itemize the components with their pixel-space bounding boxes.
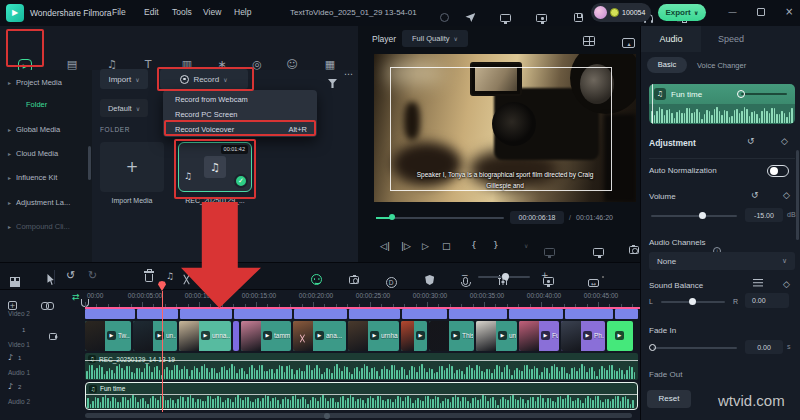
video1-clip[interactable]: ▶tammy bbox=[241, 321, 291, 351]
volume-slider-knob[interactable] bbox=[699, 212, 706, 219]
video1-clip[interactable]: ▶Fu... bbox=[519, 321, 559, 351]
mark-in-icon[interactable]: { bbox=[471, 240, 477, 250]
sidebar-item-global-media[interactable]: ▸Global Media bbox=[8, 125, 60, 134]
prev-frame-icon[interactable]: ◁| bbox=[380, 241, 390, 251]
delete-icon[interactable] bbox=[145, 274, 153, 282]
close-icon[interactable]: × bbox=[785, 6, 793, 17]
fade-in-slider-knob[interactable] bbox=[649, 344, 656, 351]
undo-icon[interactable]: ↺ bbox=[66, 269, 75, 282]
video1-clip[interactable]: ▶A lo... bbox=[401, 321, 427, 351]
sidebar-item-compound-cli-[interactable]: ▸Compound Cli... bbox=[8, 222, 70, 231]
sidebar-item-adjustment-la-[interactable]: ▸Adjustment La... bbox=[8, 198, 70, 207]
video2-clip[interactable] bbox=[234, 309, 292, 319]
video1-lane[interactable]: ▶Tw...▶un...▶unna...▶tammy▶ana...▶urnha.… bbox=[0, 321, 640, 351]
zoom-slider-knob[interactable] bbox=[502, 273, 509, 280]
volume-envelope-line[interactable] bbox=[85, 360, 638, 361]
volume-value[interactable]: -15.00 bbox=[745, 208, 783, 222]
render-preview-icon[interactable] bbox=[544, 248, 555, 256]
redo-icon[interactable]: ↻ bbox=[88, 269, 97, 282]
tab-audio[interactable]: Audio bbox=[641, 26, 701, 52]
video1-clip[interactable]: ▶urnha... bbox=[348, 321, 399, 351]
snapshot-icon[interactable] bbox=[349, 276, 359, 284]
fade-in-value[interactable]: 0.00 bbox=[745, 340, 783, 354]
subtab-voice-changer[interactable]: Voice Changer bbox=[697, 61, 746, 70]
zoom-in-icon[interactable]: + bbox=[541, 270, 549, 280]
clip-volume-knob[interactable] bbox=[737, 90, 745, 98]
adjustment-keyframe-icon[interactable]: ◇ bbox=[781, 136, 788, 146]
video2-clip[interactable] bbox=[85, 309, 135, 319]
sidebar-item-folder[interactable]: Folder bbox=[26, 100, 47, 109]
panel-scrollbar[interactable] bbox=[796, 150, 799, 240]
menu-edit[interactable]: Edit bbox=[144, 7, 159, 17]
fade-in-slider-track[interactable] bbox=[653, 347, 737, 349]
filter-icon[interactable] bbox=[328, 79, 337, 88]
restore-icon[interactable] bbox=[757, 8, 765, 16]
expander-caret[interactable]: ▸ bbox=[8, 79, 11, 86]
video2-clip[interactable] bbox=[509, 309, 563, 319]
zoom-out-icon[interactable]: − bbox=[461, 270, 469, 280]
export-button[interactable]: Export∨ bbox=[658, 4, 706, 21]
stop-icon[interactable]: □ bbox=[442, 241, 451, 251]
next-frame-icon[interactable]: |▷ bbox=[401, 241, 411, 251]
minimize-icon[interactable]: — bbox=[728, 7, 737, 17]
sidebar-scrollbar[interactable] bbox=[88, 146, 91, 180]
sidebar-item-cloud-media[interactable]: ▸Cloud Media bbox=[8, 149, 58, 158]
ai-icon[interactable] bbox=[311, 274, 322, 285]
play-icon[interactable]: ▷ bbox=[422, 241, 429, 251]
import-button[interactable]: Import∨ bbox=[100, 69, 148, 89]
video1-clip[interactable]: ▶unna... bbox=[179, 321, 231, 351]
video2-clip[interactable] bbox=[294, 309, 347, 319]
adjustment-reset-icon[interactable]: ↺ bbox=[747, 136, 755, 146]
quality-dropdown[interactable]: Full Quality∨ bbox=[402, 30, 468, 47]
menu-tools[interactable]: Tools bbox=[172, 7, 192, 17]
share-icon[interactable] bbox=[465, 13, 475, 22]
screen-draw-icon[interactable] bbox=[500, 14, 511, 22]
video1-clip[interactable]: ▶Tw... bbox=[85, 321, 131, 351]
subtab-basic[interactable]: Basic bbox=[647, 57, 687, 73]
video2-lane[interactable] bbox=[0, 309, 640, 320]
display-mode-icon[interactable]: ▴ bbox=[622, 38, 635, 48]
expander-caret[interactable]: ▸ bbox=[8, 150, 11, 157]
volume-reset-icon[interactable]: ↺ bbox=[751, 190, 759, 200]
expander-caret[interactable]: ▸ bbox=[8, 174, 11, 181]
more-options-icon[interactable]: ⋯ bbox=[344, 69, 353, 79]
scrollbar-handle[interactable] bbox=[324, 413, 330, 419]
clip-volume-line[interactable] bbox=[741, 93, 787, 95]
avatar[interactable] bbox=[594, 6, 607, 19]
mirror-display-icon[interactable] bbox=[593, 248, 604, 256]
audio-channels-dropdown[interactable]: None ∨ bbox=[649, 252, 795, 270]
expander-caret[interactable]: ▸ bbox=[8, 126, 11, 133]
track-manager-icon[interactable] bbox=[753, 279, 763, 287]
snapshot-icon[interactable] bbox=[629, 246, 639, 254]
video1-clip[interactable]: ▶un... bbox=[476, 321, 517, 351]
import-media-tile[interactable]: + bbox=[100, 142, 164, 192]
video1-clip[interactable]: ▶Ph... bbox=[561, 321, 605, 351]
video2-clip[interactable] bbox=[615, 309, 638, 319]
cursor-icon[interactable] bbox=[47, 274, 56, 285]
expander-caret[interactable]: ▸ bbox=[8, 223, 11, 230]
menu-help[interactable]: Help bbox=[234, 7, 251, 17]
menu-item-record-pc-screen[interactable]: Record PC Screen bbox=[175, 110, 238, 119]
auto-normalization-toggle[interactable] bbox=[767, 165, 789, 177]
audio-clip-card[interactable]: ♫ Fun time bbox=[649, 84, 795, 124]
volume-keyframe-icon[interactable]: ◇ bbox=[783, 190, 790, 200]
menu-file[interactable]: File bbox=[112, 7, 126, 17]
menu-view[interactable]: View bbox=[203, 7, 221, 17]
save-icon[interactable] bbox=[574, 13, 583, 22]
audio2-clip-selected[interactable]: ♫ Fun time bbox=[85, 382, 638, 410]
video2-clip[interactable] bbox=[565, 309, 613, 319]
sound-balance-keyframe-icon[interactable]: ◇ bbox=[783, 279, 790, 289]
video1-clip[interactable]: ▶un... bbox=[133, 321, 177, 351]
volume-slider-track[interactable] bbox=[651, 215, 737, 217]
shield-icon[interactable] bbox=[425, 275, 434, 285]
expander-caret[interactable]: ▸ bbox=[8, 199, 11, 206]
sidebar-item-influence-kit[interactable]: ▸Influence Kit bbox=[8, 173, 57, 182]
account-pill[interactable]: 100054 bbox=[591, 3, 651, 22]
menu-item-record-webcam[interactable]: Record from Webcam bbox=[175, 95, 248, 104]
video2-clip[interactable] bbox=[349, 309, 400, 319]
dialogue-icon[interactable]: D bbox=[386, 277, 397, 288]
tab-speed[interactable]: Speed bbox=[701, 26, 761, 52]
timeline-hscrollbar[interactable] bbox=[85, 413, 632, 418]
render-preview-caret[interactable]: ∨ bbox=[524, 242, 528, 249]
video2-clip[interactable] bbox=[402, 309, 447, 319]
